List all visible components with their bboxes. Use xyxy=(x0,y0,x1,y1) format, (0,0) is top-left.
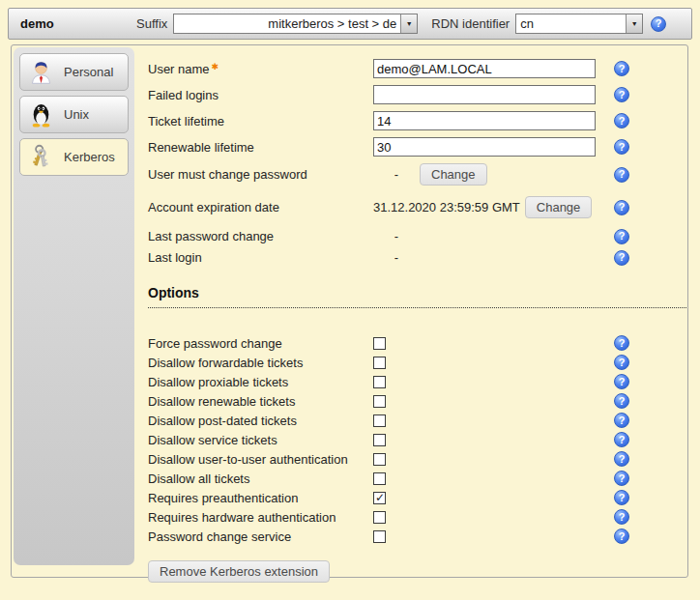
rdn-dropdown[interactable]: cn xyxy=(515,14,643,34)
change-password-button[interactable]: Change xyxy=(420,163,487,186)
field-label: Renewable lifetime xyxy=(148,140,254,155)
option-row: Password change service xyxy=(148,527,629,546)
help-icon[interactable] xyxy=(614,490,629,505)
checkbox[interactable] xyxy=(373,376,386,388)
form-row-must-change-password: User must change password - Change xyxy=(148,163,629,186)
help-icon[interactable] xyxy=(614,374,629,389)
help-icon[interactable] xyxy=(614,393,629,409)
tab-label: Kerberos xyxy=(64,150,115,164)
field-label: User must change password xyxy=(148,167,307,182)
checkbox[interactable] xyxy=(373,337,386,350)
field-label: Last password change xyxy=(148,229,274,243)
option-label: Force password change xyxy=(148,336,282,351)
help-icon[interactable] xyxy=(614,139,629,155)
checkbox[interactable] xyxy=(373,453,386,466)
checkbox[interactable] xyxy=(373,434,386,446)
form-row-expiration-date: Account expiration date 31.12.2020 23:59… xyxy=(148,196,629,218)
remove-kerberos-extension-button[interactable]: Remove Kerberos extension xyxy=(148,560,330,583)
checkbox[interactable] xyxy=(373,414,386,427)
expiration-date-value: 31.12.2020 23:59:59 GMT xyxy=(373,200,520,214)
option-label: Requires preauthentication xyxy=(148,491,298,505)
help-icon[interactable] xyxy=(614,87,629,102)
rdn-label: RDN identifier xyxy=(431,16,510,31)
help-icon[interactable] xyxy=(614,529,629,544)
keys-icon xyxy=(27,143,55,171)
required-icon xyxy=(212,62,219,71)
person-icon xyxy=(27,58,55,86)
option-row: Disallow proxiable tickets xyxy=(148,372,629,391)
help-icon[interactable] xyxy=(614,335,629,351)
title-bar: demo Suffix mitkerberos > test > de RDN … xyxy=(8,8,692,40)
option-row: Disallow renewable tickets xyxy=(148,391,629,411)
checkbox[interactable] xyxy=(373,530,386,543)
tab-label: Personal xyxy=(64,65,113,79)
last-login-value: - xyxy=(373,250,420,265)
help-icon[interactable] xyxy=(614,200,629,215)
tab-kerberos[interactable]: Kerberos xyxy=(19,138,129,176)
field-label: Failed logins xyxy=(148,88,219,102)
checkbox[interactable] xyxy=(373,357,386,369)
must-change-password-value: - xyxy=(373,167,420,182)
tux-icon xyxy=(27,100,55,129)
option-row: Requires preauthentication xyxy=(148,488,629,507)
rdn-dropdown-value: cn xyxy=(516,14,626,33)
options-list: Force password change Disallow forwardab… xyxy=(148,333,687,546)
option-row: Disallow post-dated tickets xyxy=(148,411,629,430)
help-icon[interactable] xyxy=(651,16,666,32)
option-row: Force password change xyxy=(148,333,629,353)
option-label: Disallow forwardable tickets xyxy=(148,356,303,370)
account-name: demo xyxy=(20,16,136,31)
failed-logins-input[interactable] xyxy=(373,85,596,104)
help-icon[interactable] xyxy=(614,451,629,467)
option-row: Disallow forwardable tickets xyxy=(148,353,629,372)
checkbox[interactable] xyxy=(373,511,386,524)
option-label: Password change service xyxy=(148,529,291,544)
option-row: Disallow all tickets xyxy=(148,469,629,488)
field-label: Account expiration date xyxy=(148,200,279,214)
renewable-lifetime-input[interactable] xyxy=(373,137,596,157)
option-label: Disallow user-to-user authentication xyxy=(148,452,348,467)
user-name-input[interactable] xyxy=(373,59,596,78)
last-password-change-value: - xyxy=(373,229,420,243)
field-label: Last login xyxy=(148,250,202,265)
form-row-renewable-lifetime: Renewable lifetime xyxy=(148,137,629,157)
help-icon[interactable] xyxy=(614,167,629,183)
help-icon[interactable] xyxy=(614,113,629,129)
kerberos-form: User name Failed logins Ticket lifetime … xyxy=(148,59,687,583)
option-label: Disallow post-dated tickets xyxy=(148,414,297,428)
help-icon[interactable] xyxy=(614,250,629,266)
field-label: User name xyxy=(148,62,210,76)
option-label: Requires hardware authentication xyxy=(148,510,335,525)
help-icon[interactable] xyxy=(614,413,629,428)
ticket-lifetime-input[interactable] xyxy=(373,111,596,130)
form-row-user-name: User name xyxy=(148,59,629,78)
checkbox[interactable] xyxy=(373,395,386,408)
option-row: Disallow user-to-user authentication xyxy=(148,449,629,469)
help-icon[interactable] xyxy=(614,509,629,525)
form-row-failed-logins: Failed logins xyxy=(148,85,629,104)
option-label: Disallow renewable tickets xyxy=(148,394,295,409)
field-label: Ticket lifetime xyxy=(148,114,224,129)
form-row-ticket-lifetime: Ticket lifetime xyxy=(148,111,629,130)
help-icon[interactable] xyxy=(614,355,629,370)
tab-unix[interactable]: Unix xyxy=(19,96,129,133)
tab-personal[interactable]: Personal xyxy=(19,53,129,91)
change-expiration-button[interactable]: Change xyxy=(525,196,593,218)
option-row: Requires hardware authentication xyxy=(148,507,629,527)
tab-label: Unix xyxy=(64,107,89,122)
help-icon[interactable] xyxy=(614,229,629,244)
suffix-label: Suffix xyxy=(136,16,167,31)
suffix-dropdown[interactable]: mitkerberos > test > de xyxy=(173,14,418,34)
form-row-last-password-change: Last password change - xyxy=(148,227,629,245)
help-icon[interactable] xyxy=(614,61,629,76)
option-label: Disallow service tickets xyxy=(148,433,277,447)
checkbox[interactable] xyxy=(373,492,386,504)
suffix-dropdown-value: mitkerberos > test > de xyxy=(174,14,400,33)
option-row: Disallow service tickets xyxy=(148,430,629,449)
help-icon[interactable] xyxy=(614,471,629,486)
help-icon[interactable] xyxy=(614,432,629,447)
chevron-down-icon xyxy=(400,14,417,33)
checkbox[interactable] xyxy=(373,472,386,485)
options-heading: Options xyxy=(148,285,686,308)
module-sidebar: Personal Unix xyxy=(14,47,134,565)
